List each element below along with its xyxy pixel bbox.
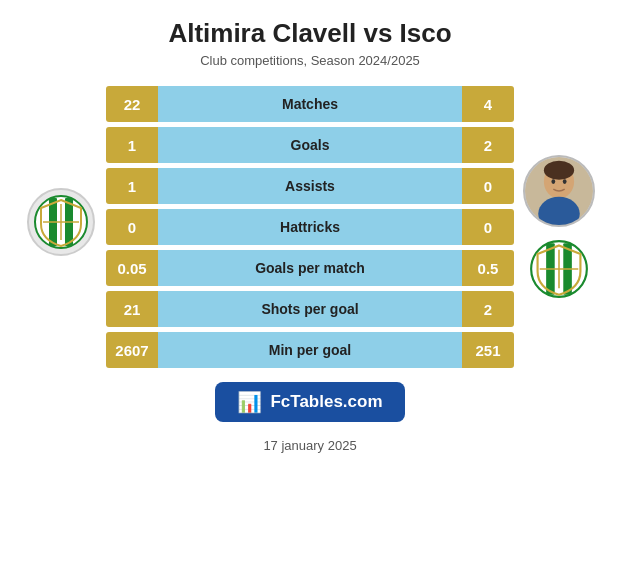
stat-row: 1Assists0 xyxy=(106,168,514,204)
svg-point-9 xyxy=(551,179,555,184)
stat-row: 2607Min per goal251 xyxy=(106,332,514,368)
right-player-column xyxy=(514,155,604,299)
fctables-logo: 📊 FcTables.com xyxy=(215,382,404,422)
stat-label: Hattricks xyxy=(158,209,462,245)
stat-label: Goals xyxy=(158,127,462,163)
stats-column: 22Matches41Goals21Assists00Hattricks00.0… xyxy=(106,86,514,368)
stat-row: 0Hattricks0 xyxy=(106,209,514,245)
left-club-badge xyxy=(27,188,95,256)
stat-label: Assists xyxy=(158,168,462,204)
stat-left-value: 2607 xyxy=(106,332,158,368)
stat-row: 22Matches4 xyxy=(106,86,514,122)
stat-right-value: 0.5 xyxy=(462,250,514,286)
right-player-photo xyxy=(523,155,595,227)
stat-left-value: 21 xyxy=(106,291,158,327)
svg-point-10 xyxy=(563,179,567,184)
stat-right-value: 251 xyxy=(462,332,514,368)
stat-left-value: 0 xyxy=(106,209,158,245)
stat-right-value: 0 xyxy=(462,168,514,204)
stat-left-value: 1 xyxy=(106,168,158,204)
stat-right-value: 2 xyxy=(462,127,514,163)
stat-label: Matches xyxy=(158,86,462,122)
stat-right-value: 2 xyxy=(462,291,514,327)
stat-left-value: 22 xyxy=(106,86,158,122)
main-comparison-row: 22Matches41Goals21Assists00Hattricks00.0… xyxy=(16,86,604,368)
stat-label: Shots per goal xyxy=(158,291,462,327)
stat-left-value: 0.05 xyxy=(106,250,158,286)
stat-row: 0.05Goals per match0.5 xyxy=(106,250,514,286)
logo-area: 📊 FcTables.com xyxy=(215,382,404,422)
page-subtitle: Club competitions, Season 2024/2025 xyxy=(200,53,420,68)
logo-text: FcTables.com xyxy=(270,392,382,412)
stat-right-value: 0 xyxy=(462,209,514,245)
stat-row: 1Goals2 xyxy=(106,127,514,163)
svg-point-7 xyxy=(544,161,574,180)
left-player-column xyxy=(16,188,106,266)
stat-left-value: 1 xyxy=(106,127,158,163)
logo-icon: 📊 xyxy=(237,390,262,414)
stat-label: Min per goal xyxy=(158,332,462,368)
stat-label: Goals per match xyxy=(158,250,462,286)
stat-right-value: 4 xyxy=(462,86,514,122)
page-title: Altimira Clavell vs Isco xyxy=(168,18,451,49)
footer-date: 17 january 2025 xyxy=(263,438,356,453)
right-club-badge xyxy=(529,239,589,299)
stat-row: 21Shots per goal2 xyxy=(106,291,514,327)
comparison-card: Altimira Clavell vs Isco Club competitio… xyxy=(0,0,620,580)
